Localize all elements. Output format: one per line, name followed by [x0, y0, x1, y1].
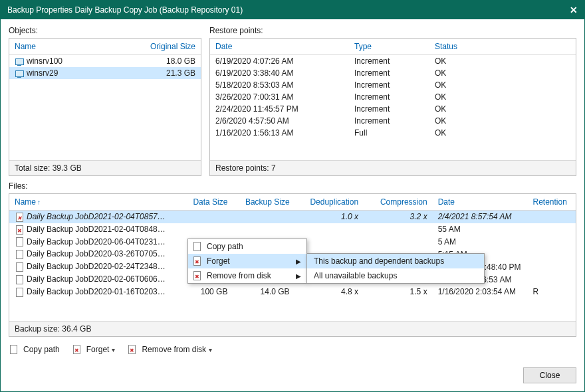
- chevron-down-icon: ▾: [209, 346, 212, 353]
- files-row[interactable]: Daily Backup JobD2021-02-04T085754...1.0…: [9, 211, 576, 223]
- remove-icon: [127, 345, 136, 354]
- vm-icon: [15, 58, 24, 66]
- forget-button[interactable]: Forget ▾: [72, 345, 116, 354]
- backup-file-icon: [15, 250, 24, 259]
- files-row[interactable]: Daily Backup JobD2020-01-16T020354...100…: [9, 286, 576, 298]
- objects-table: Name Original Size winsrv10018.0 GBwinsr…: [9, 39, 201, 79]
- restore-row[interactable]: 2/6/2020 4:57:50 AMIncrementOK: [210, 115, 576, 127]
- backup-file-icon: [15, 225, 24, 235]
- restore-footer: Restore points: 7: [210, 160, 576, 175]
- objects-row[interactable]: winsrv2921.3 GB: [9, 67, 201, 79]
- submenu-arrow-icon: ▶: [296, 258, 301, 265]
- objects-col-size[interactable]: Original Size: [128, 39, 201, 55]
- files-col-ret[interactable]: Retention: [527, 194, 576, 211]
- context-menu[interactable]: Copy path Forget ▶ Remove from disk ▶: [187, 239, 307, 284]
- restore-col-status[interactable]: Status: [429, 39, 503, 55]
- backup-file-icon: [15, 262, 24, 272]
- backup-file-icon: [15, 213, 24, 222]
- files-col-dedup[interactable]: Deduplication: [295, 194, 364, 211]
- context-remove[interactable]: Remove from disk ▶: [188, 268, 306, 283]
- restore-row[interactable]: 2/24/2020 11:45:57 PMIncrementOK: [210, 103, 576, 115]
- files-footer: Backup size: 36.4 GB: [9, 321, 576, 336]
- restore-col-date[interactable]: Date: [210, 39, 349, 55]
- window-body: Objects: Name Original Size winsrv1001: [1, 19, 584, 391]
- chevron-down-icon: ▾: [112, 346, 115, 353]
- titlebar: Backup Properties Daily Backup Copy Job …: [1, 1, 584, 19]
- objects-col-name[interactable]: Name: [9, 39, 128, 55]
- copy-path-icon: [9, 345, 18, 354]
- restore-table: Date Type Status 6/19/2020 4:07:26 AMInc…: [210, 39, 576, 139]
- files-col-backup[interactable]: Backup Size: [233, 194, 294, 211]
- context-copy-path[interactable]: Copy path: [188, 239, 306, 254]
- files-row[interactable]: Daily Backup JobD2021-02-04T084855...55 …: [9, 223, 576, 236]
- forget-icon: [192, 256, 203, 266]
- files-col-data[interactable]: Data Size: [174, 194, 233, 211]
- files-col-name[interactable]: Name↑: [9, 194, 174, 211]
- restore-col-spacer: [503, 39, 576, 55]
- window-title: Backup Properties Daily Backup Copy Job …: [7, 5, 243, 15]
- objects-footer: Total size: 39.3 GB: [9, 160, 201, 175]
- restore-row[interactable]: 3/26/2020 7:00:31 AMIncrementOK: [210, 91, 576, 103]
- files-col-comp[interactable]: Compression: [364, 194, 433, 211]
- context-forget[interactable]: Forget ▶: [188, 254, 306, 268]
- forget-submenu[interactable]: This backup and dependent backups All un…: [306, 253, 485, 284]
- backup-properties-window: Backup Properties Daily Backup Copy Job …: [0, 0, 585, 392]
- forget-this-and-deps[interactable]: This backup and dependent backups: [307, 254, 484, 268]
- copy-path-icon: [192, 242, 203, 251]
- objects-section: Objects: Name Original Size winsrv1001: [9, 26, 201, 176]
- objects-grid[interactable]: Name Original Size winsrv10018.0 GBwinsr…: [9, 39, 201, 160]
- close-button[interactable]: Close: [523, 367, 576, 383]
- files-col-date[interactable]: Date: [433, 194, 528, 211]
- backup-file-icon: [15, 288, 24, 297]
- sort-asc-icon: ↑: [37, 199, 41, 206]
- restore-row[interactable]: 5/18/2020 8:53:03 AMIncrementOK: [210, 79, 576, 91]
- restore-section: Restore points: Date Type Status: [209, 26, 576, 176]
- remove-icon: [192, 271, 203, 280]
- restore-row[interactable]: 1/16/2020 1:56:13 AMFullOK: [210, 127, 576, 139]
- footer-row: Close: [9, 359, 576, 383]
- backup-file-icon: [15, 237, 24, 246]
- restore-grid[interactable]: Date Type Status 6/19/2020 4:07:26 AMInc…: [210, 39, 576, 160]
- restore-row[interactable]: 6/19/2020 3:38:40 AMIncrementOK: [210, 67, 576, 79]
- restore-panel: Date Type Status 6/19/2020 4:07:26 AMInc…: [209, 38, 576, 176]
- copy-path-button[interactable]: Copy path: [9, 345, 60, 354]
- backup-file-icon: [15, 275, 24, 284]
- files-label: Files:: [9, 181, 576, 191]
- restore-row[interactable]: 6/19/2020 4:07:26 AMIncrementOK: [210, 55, 576, 68]
- restore-col-type[interactable]: Type: [349, 39, 429, 55]
- remove-from-disk-button[interactable]: Remove from disk ▾: [127, 345, 212, 354]
- objects-row[interactable]: winsrv10018.0 GB: [9, 55, 201, 68]
- restore-label: Restore points:: [209, 26, 576, 35]
- vm-icon: [15, 70, 24, 78]
- close-icon[interactable]: ✕: [570, 5, 578, 15]
- upper-panels: Objects: Name Original Size winsrv1001: [9, 26, 576, 176]
- forget-all-unavailable[interactable]: All unavailable backups: [307, 268, 484, 283]
- objects-panel: Name Original Size winsrv10018.0 GBwinsr…: [9, 38, 201, 176]
- forget-icon: [72, 345, 81, 354]
- submenu-arrow-icon: ▶: [296, 272, 301, 280]
- objects-label: Objects:: [9, 26, 201, 35]
- bottom-toolbar: Copy path Forget ▾ Remove from disk ▾: [9, 342, 576, 354]
